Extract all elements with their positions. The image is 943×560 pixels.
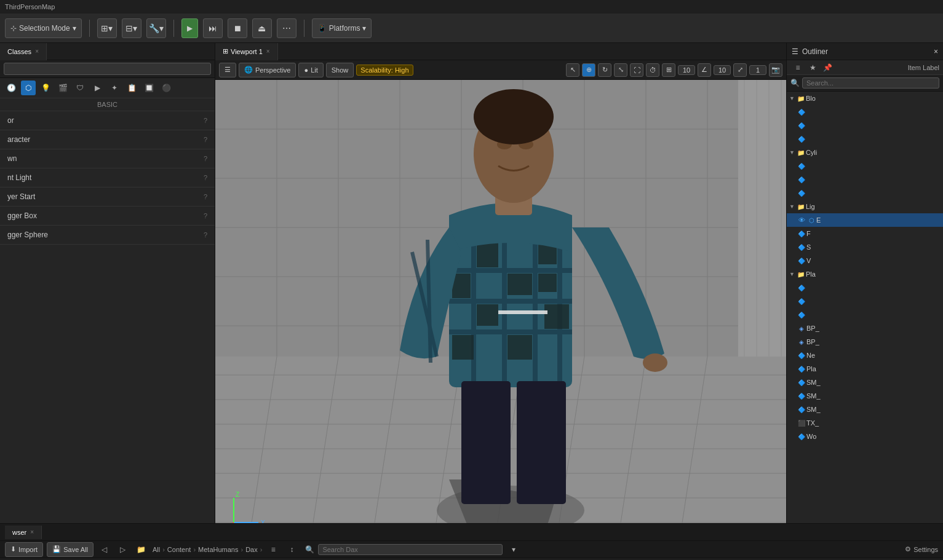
eject-button[interactable]: ⏏: [252, 18, 272, 38]
outliner-item[interactable]: 🔷 SM_: [787, 403, 943, 416]
list-item[interactable]: gger Box ?: [0, 207, 215, 226]
translate-btn[interactable]: ⊕: [582, 63, 595, 77]
outliner-item[interactable]: 🔷: [787, 105, 943, 119]
outliner-item[interactable]: 🔷: [787, 132, 943, 146]
outliner-item[interactable]: 🔷 V: [787, 254, 943, 267]
play-small-icon-btn[interactable]: ▶: [90, 81, 105, 95]
list-item[interactable]: yer Start ?: [0, 187, 215, 207]
import-button[interactable]: ⬇ Import: [5, 542, 43, 557]
more-options-button[interactable]: ⋯: [277, 18, 296, 38]
realtime-btn[interactable]: ⏱: [646, 63, 659, 77]
maximize-btn[interactable]: ⛶: [630, 63, 643, 77]
outliner-item[interactable]: 🔷 Pla: [787, 362, 943, 376]
list-item[interactable]: nt Light ?: [0, 168, 215, 187]
search-dropdown-btn[interactable]: ▾: [506, 542, 521, 557]
scale-snap-btn[interactable]: ⤢: [733, 63, 747, 77]
outliner-item[interactable]: 🔷: [787, 159, 943, 173]
circle-icon-btn[interactable]: ⚫: [159, 81, 173, 95]
snap-button[interactable]: ⊟ ▾: [122, 18, 141, 38]
outliner-item[interactable]: ⬛ TX_: [787, 416, 943, 430]
show-button[interactable]: Show: [326, 63, 354, 77]
list-item[interactable]: aracter ?: [0, 130, 215, 149]
list-item[interactable]: gger Sphere ?: [0, 226, 215, 245]
hamburger-menu-button[interactable]: ☰: [219, 63, 236, 77]
browser-tab-close[interactable]: ×: [30, 529, 34, 535]
grid-btn[interactable]: ⊞: [662, 63, 675, 77]
camera-speed-btn[interactable]: 📷: [769, 63, 782, 77]
outliner-item[interactable]: ▼ 📁 Pla: [787, 267, 943, 281]
hex-icon-btn[interactable]: ⬡: [21, 81, 36, 95]
classes-tab-close[interactable]: ×: [35, 48, 39, 55]
stop-button[interactable]: ⏹: [228, 18, 247, 38]
build-button[interactable]: 🔧 ▾: [146, 18, 166, 38]
sort-btn[interactable]: ↕: [284, 542, 299, 557]
viewport-canvas[interactable]: X Z Y: [215, 80, 786, 523]
outliner-item[interactable]: 🔷: [787, 186, 943, 200]
outliner-item-selected[interactable]: 👁 ⬡ E: [787, 213, 943, 227]
sparkle-icon-btn[interactable]: ✦: [107, 81, 122, 95]
browser-search-input[interactable]: [318, 544, 503, 555]
list-item[interactable]: wn ?: [0, 149, 215, 168]
breadcrumb-dax[interactable]: Dax: [245, 546, 258, 553]
outliner-item[interactable]: ◈ BP_: [787, 321, 943, 335]
outliner-item[interactable]: 🔷: [787, 119, 943, 132]
visibility-icon[interactable]: 👁: [797, 216, 806, 224]
grid-size-input[interactable]: [678, 65, 695, 75]
settings-button[interactable]: ⚙ Settings: [905, 545, 938, 553]
outliner-item[interactable]: 🔷 SM_: [787, 376, 943, 389]
breadcrumb-all[interactable]: All: [153, 546, 160, 553]
platforms-button[interactable]: 📱 Platforms ▾: [312, 18, 372, 38]
outliner-pin-btn[interactable]: 📌: [820, 60, 835, 75]
angle-btn[interactable]: ∠: [698, 63, 711, 77]
lit-button[interactable]: ● Lit: [298, 63, 323, 77]
scale-snap-input[interactable]: [749, 65, 766, 75]
scalability-badge[interactable]: Scalability: High: [356, 65, 413, 76]
outliner-item[interactable]: ◈ BP_: [787, 335, 943, 349]
step-button[interactable]: ⏭: [203, 18, 223, 38]
outliner-item[interactable]: ▼ 📁 Cyli: [787, 146, 943, 159]
outliner-item[interactable]: 🔷 SM_: [787, 389, 943, 403]
outliner-filter-btn[interactable]: ≡: [790, 60, 805, 75]
perspective-button[interactable]: 🌐 Perspective: [239, 63, 296, 77]
outliner-item[interactable]: ▼ 📁 Lig: [787, 200, 943, 213]
viewport-tab-close[interactable]: ×: [266, 48, 270, 55]
browser-tab[interactable]: wser ×: [5, 526, 42, 539]
outliner-search-input[interactable]: [802, 77, 939, 89]
save-all-button[interactable]: 💾 Save All: [47, 542, 94, 557]
transform-button[interactable]: ⊞ ▾: [97, 18, 117, 38]
breadcrumb-content[interactable]: Content: [167, 546, 191, 553]
breadcrumb-metahumans[interactable]: MetaHumans: [198, 546, 238, 553]
shield-icon-btn[interactable]: 🛡: [73, 81, 87, 95]
history-forward-btn[interactable]: ▷: [116, 542, 130, 557]
folder-btn[interactable]: 📁: [134, 542, 149, 557]
light-icon-btn[interactable]: 💡: [38, 81, 53, 95]
outliner-item[interactable]: 🔷: [787, 173, 943, 186]
outliner-item[interactable]: 🔷: [787, 281, 943, 294]
history-back-btn[interactable]: ◁: [97, 542, 112, 557]
classes-search-input[interactable]: [4, 63, 211, 75]
filter-btn[interactable]: ≡: [266, 542, 281, 557]
outliner-item[interactable]: 🔷: [787, 294, 943, 308]
selection-mode-button[interactable]: ⊹ Selection Mode ▾: [5, 18, 82, 38]
viewport-1-tab[interactable]: ⊞ Viewport 1 ×: [215, 43, 278, 60]
outliner-item[interactable]: 🔷: [787, 308, 943, 321]
clipboard-icon-btn[interactable]: 📋: [124, 81, 139, 95]
outliner-item[interactable]: 🔷 F: [787, 227, 943, 240]
rect-icon-btn[interactable]: 🔲: [141, 81, 156, 95]
outliner-close-btn[interactable]: ×: [934, 47, 938, 56]
clock-icon-btn[interactable]: 🕐: [4, 81, 18, 95]
scale-btn[interactable]: ⤡: [614, 63, 627, 77]
classes-tab[interactable]: Classes ×: [0, 43, 47, 60]
mesh-icon: 🔷: [797, 312, 806, 318]
outliner-star-btn[interactable]: ★: [805, 60, 820, 75]
rotate-btn[interactable]: ↻: [598, 63, 611, 77]
list-item[interactable]: or ?: [0, 111, 215, 130]
camera-icon-btn[interactable]: 🎬: [55, 81, 70, 95]
outliner-item[interactable]: 🔷 Wo: [787, 430, 943, 443]
angle-input[interactable]: [714, 65, 731, 75]
outliner-item[interactable]: 🔷 S: [787, 240, 943, 254]
select-mode-btn[interactable]: ↖: [566, 63, 579, 77]
outliner-item[interactable]: 🔷 Ne: [787, 349, 943, 362]
outliner-item[interactable]: ▼ 📁 Blo: [787, 92, 943, 105]
play-button[interactable]: ▶: [181, 18, 198, 38]
